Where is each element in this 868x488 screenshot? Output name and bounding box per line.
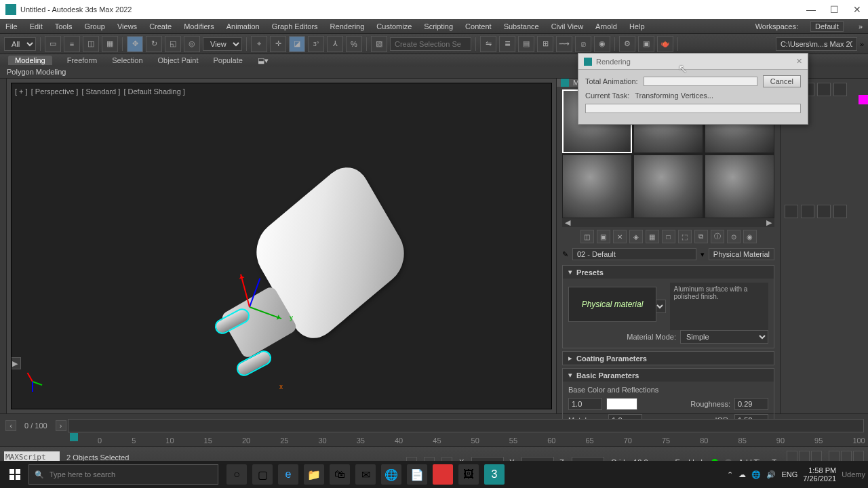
photos-icon[interactable]: 🖼 <box>458 464 479 485</box>
curve-editor-icon[interactable]: ⟿ <box>556 36 572 52</box>
sample-slot-4[interactable] <box>562 155 632 218</box>
material-type-dropdown-icon[interactable]: ▾ <box>701 250 705 259</box>
pan-icon[interactable] <box>829 451 840 462</box>
pivot-icon[interactable]: ⌖ <box>251 36 267 52</box>
edge-icon[interactable]: e <box>278 464 298 485</box>
ribbon-toggle-icon[interactable]: ⬓▾ <box>258 56 269 65</box>
teapot-render-icon[interactable]: 🫖 <box>657 36 673 52</box>
scene-object-charger[interactable]: y x <box>208 178 452 382</box>
base-weight-spinner[interactable] <box>568 398 602 410</box>
camtasia-icon[interactable] <box>433 464 453 485</box>
render-cancel-button[interactable]: Cancel <box>763 75 801 87</box>
menu-grapheditors[interactable]: Graph Editors <box>272 22 318 30</box>
orbit-icon[interactable] <box>841 451 852 462</box>
spinner-snap-icon[interactable]: % <box>346 36 362 52</box>
minimize-button[interactable]: — <box>806 4 816 15</box>
timeline-ruler[interactable] <box>68 419 864 432</box>
timeline-prev-icon[interactable]: ‹ <box>5 420 16 431</box>
menu-help[interactable]: Help <box>629 22 645 30</box>
menu-arnold[interactable]: Arnold <box>595 22 617 30</box>
object-color-swatch[interactable] <box>859 95 868 104</box>
go-parent-icon[interactable]: ⓘ <box>711 230 724 243</box>
prev-frame-icon[interactable] <box>799 451 810 462</box>
tab-modeling[interactable]: Modeling <box>8 56 52 65</box>
clock-date[interactable]: 7/26/2021 <box>803 474 836 483</box>
material-id-icon[interactable]: ⧉ <box>694 230 708 243</box>
chrome-icon[interactable]: 🌐 <box>381 464 401 485</box>
menu-views[interactable]: Views <box>117 22 137 30</box>
menu-modifiers[interactable]: Modifiers <box>184 22 214 30</box>
menu-substance[interactable]: Substance <box>504 22 539 30</box>
timeline-next-icon[interactable]: › <box>56 420 66 431</box>
placement-icon[interactable]: ◎ <box>184 36 200 52</box>
menu-customize[interactable]: Customize <box>376 22 412 30</box>
select-icon[interactable]: ▭ <box>45 36 61 52</box>
options-icon[interactable]: ◉ <box>743 230 757 243</box>
tab-freeform[interactable]: Freeform <box>67 56 98 64</box>
go-forward-icon[interactable]: ⊙ <box>727 230 741 243</box>
menu-edit[interactable]: Edit <box>30 22 43 30</box>
zoom-icon[interactable] <box>853 451 864 462</box>
material-editor-icon[interactable]: ◉ <box>594 36 610 52</box>
delete-material-icon[interactable]: ✕ <box>613 230 627 243</box>
material-name-input[interactable] <box>572 248 696 260</box>
volume-icon[interactable]: 🔊 <box>766 470 776 479</box>
cmd-tool-1[interactable] <box>785 205 798 218</box>
hierarchy-panel-icon[interactable] <box>817 83 831 96</box>
notepad-icon[interactable]: 📄 <box>407 464 427 485</box>
render-frame-icon[interactable]: ▣ <box>638 36 654 52</box>
overflow-icon[interactable]: » <box>859 22 863 30</box>
paint-select-icon[interactable]: ▦ <box>102 36 118 52</box>
toggle-ribbon-icon[interactable]: ⊞ <box>537 36 553 52</box>
presets-header[interactable]: ▾Presets <box>563 266 774 279</box>
tab-selection[interactable]: Selection <box>112 56 142 64</box>
sample-slot-6[interactable] <box>705 155 774 218</box>
angle-snap-icon[interactable]: 3° <box>308 36 324 52</box>
show-bg-icon[interactable]: □ <box>662 230 675 243</box>
cmd-tool-3[interactable] <box>817 205 831 218</box>
workspace-selector[interactable]: Default <box>810 21 844 32</box>
material-type-button[interactable]: Physical Material <box>709 248 774 260</box>
get-material-icon[interactable]: ◫ <box>580 230 594 243</box>
viewport-expand-icon[interactable]: ▶ <box>11 357 21 369</box>
onedrive-icon[interactable]: ☁ <box>738 470 746 479</box>
taskbar-search[interactable]: 🔍 Type here to search <box>28 464 218 485</box>
rotate-icon[interactable]: ↻ <box>146 36 162 52</box>
tab-objectpaint[interactable]: Object Paint <box>158 56 199 64</box>
render-dialog-close-icon[interactable]: ✕ <box>796 57 802 66</box>
close-button[interactable]: ✕ <box>852 4 863 15</box>
align-icon[interactable]: ≣ <box>499 36 515 52</box>
project-path-input[interactable] <box>776 37 857 51</box>
mail-icon[interactable]: ✉ <box>355 464 376 485</box>
menu-civilview[interactable]: Civil View <box>551 22 583 30</box>
snap-icon[interactable]: ◪ <box>289 36 305 52</box>
maximize-button[interactable]: ☐ <box>829 4 840 15</box>
menu-create[interactable]: Create <box>149 22 172 30</box>
roughness-spinner[interactable] <box>734 398 768 410</box>
clock-time[interactable]: 1:58 PM <box>803 466 836 474</box>
rect-select-icon[interactable]: ◫ <box>83 36 99 52</box>
viewport-label[interactable]: [ + ] [ Perspective ] [ Standard ] [ Def… <box>14 87 186 96</box>
play-icon[interactable] <box>811 451 822 462</box>
mirror-icon[interactable]: ⇋ <box>480 36 496 52</box>
viewport-perspective[interactable]: [ + ] [ Perspective ] [ Standard ] [ Def… <box>11 83 552 409</box>
taskview-icon[interactable]: ▢ <box>252 464 273 485</box>
menu-scripting[interactable]: Scripting <box>424 22 453 30</box>
select-by-name-icon[interactable]: ≡ <box>64 36 80 52</box>
cmd-tool-4[interactable] <box>833 205 847 218</box>
cortana-icon[interactable]: ○ <box>226 464 247 485</box>
schematic-icon[interactable]: ⎚ <box>575 36 591 52</box>
sample-slot-5[interactable] <box>633 155 703 218</box>
pick-material-icon[interactable]: ✎ <box>562 250 568 259</box>
network-icon[interactable]: 🌐 <box>751 470 761 479</box>
savelib-icon[interactable]: ▦ <box>646 230 659 243</box>
menu-file[interactable]: File <box>5 22 18 30</box>
selection-set-input[interactable] <box>390 37 471 51</box>
render-setup-icon[interactable]: ⚙ <box>619 36 635 52</box>
rendering-dialog[interactable]: Rendering ✕ Total Animation: Cancel Curr… <box>578 53 808 125</box>
menu-content[interactable]: Content <box>465 22 492 30</box>
toolbar-overflow-icon[interactable]: » <box>860 40 864 48</box>
coating-header[interactable]: ▸Coating Parameters <box>563 352 774 365</box>
store-icon[interactable]: 🛍 <box>330 464 350 485</box>
refcoord-selector[interactable]: View <box>203 37 242 51</box>
